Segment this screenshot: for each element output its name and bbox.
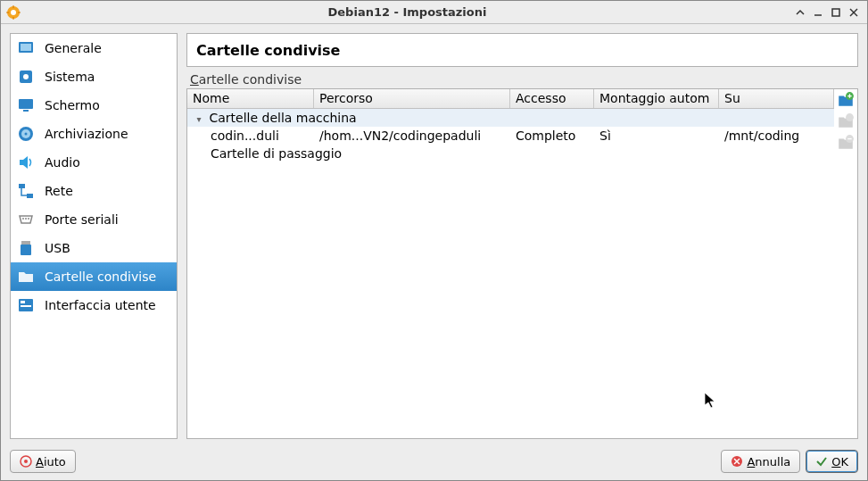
ok-icon <box>815 455 828 468</box>
svg-rect-14 <box>19 99 33 109</box>
titlebar: Debian12 - Impostazioni <box>1 1 867 24</box>
svg-point-22 <box>25 218 27 220</box>
cancel-icon <box>731 455 743 468</box>
svg-point-30 <box>846 113 854 121</box>
table-toolbar <box>834 89 857 438</box>
sidebar-item-label: Schermo <box>45 98 100 112</box>
maximize-button[interactable] <box>828 4 844 21</box>
storage-icon <box>16 124 36 144</box>
serial-icon <box>16 210 36 229</box>
svg-rect-28 <box>21 305 31 307</box>
general-icon <box>16 38 36 58</box>
sidebar-item-usb[interactable]: USB <box>11 234 177 262</box>
sidebar-item-label: Cartelle condivise <box>45 270 156 284</box>
rollup-button[interactable] <box>792 4 808 21</box>
col-access[interactable]: Accesso <box>510 89 594 108</box>
dialog-footer: Aiuto Annulla OK <box>1 448 867 480</box>
audio-icon <box>16 153 36 172</box>
ok-button[interactable]: OK <box>806 450 858 473</box>
sidebar-item-label: Audio <box>45 155 80 170</box>
help-button[interactable]: Aiuto <box>10 450 76 473</box>
window-title: Debian12 - Impostazioni <box>24 5 790 19</box>
svg-rect-27 <box>21 301 25 303</box>
page-title: Cartelle condivise <box>196 42 340 59</box>
display-icon <box>16 95 36 115</box>
add-folder-button[interactable] <box>837 91 855 109</box>
svg-rect-11 <box>21 44 31 51</box>
sidebar-item-ui[interactable]: Interfaccia utente <box>11 291 177 319</box>
sidebar-item-audio[interactable]: Audio <box>11 148 177 177</box>
main-header: Cartelle condivise <box>186 33 858 67</box>
svg-point-18 <box>25 133 28 136</box>
cell-path: /hom...VN2/codingepaduli <box>314 129 510 143</box>
group-row-transient[interactable]: Cartelle di passaggio <box>187 145 834 162</box>
group-row-machine[interactable]: ▾ Cartelle della macchina <box>187 109 834 127</box>
sidebar-item-label: Sistema <box>45 70 95 84</box>
group-machine-label: Cartelle della macchina <box>209 111 356 125</box>
col-name[interactable]: Nome <box>187 89 314 108</box>
svg-point-1 <box>11 10 16 15</box>
table-row[interactable]: codin...duli /hom...VN2/codingepaduli Co… <box>187 127 834 145</box>
sidebar-item-label: Rete <box>45 184 73 198</box>
folders-table: Nome Percorso Accesso Montaggio autom Su… <box>187 89 834 438</box>
svg-rect-15 <box>23 110 29 112</box>
svg-point-21 <box>22 218 24 220</box>
sidebar-item-label: Archiviazione <box>45 127 128 141</box>
cancel-button[interactable]: Annulla <box>721 450 800 473</box>
close-button[interactable] <box>846 4 862 21</box>
sidebar-item-network[interactable]: Rete <box>11 177 177 205</box>
group-label: Cartelle condivise <box>186 72 858 88</box>
sidebar-item-label: USB <box>45 241 70 255</box>
settings-window: Debian12 - Impostazioni Generale Sistema… <box>0 0 868 481</box>
app-icon <box>6 5 21 20</box>
sidebar-item-display[interactable]: Schermo <box>11 91 177 120</box>
system-icon <box>16 67 36 87</box>
sidebar-item-label: Porte seriali <box>45 212 119 227</box>
col-at[interactable]: Su <box>719 89 834 108</box>
cell-access: Completo <box>510 129 594 143</box>
window-body: Generale Sistema Schermo Archiviazione A… <box>1 24 867 448</box>
sidebar-item-storage[interactable]: Archiviazione <box>11 120 177 148</box>
chevron-down-icon[interactable]: ▾ <box>193 114 205 124</box>
sidebar-item-system[interactable]: Sistema <box>11 62 177 91</box>
cell-at: /mnt/coding <box>719 129 834 143</box>
svg-rect-7 <box>832 9 839 16</box>
ui-icon <box>16 295 36 315</box>
folders-table-wrap: Nome Percorso Accesso Montaggio autom Su… <box>186 88 858 439</box>
minimize-button[interactable] <box>810 4 826 21</box>
settings-sidebar: Generale Sistema Schermo Archiviazione A… <box>10 33 178 439</box>
cell-name: codin...duli <box>187 129 314 143</box>
col-mount[interactable]: Montaggio autom <box>594 89 719 108</box>
edit-folder-button <box>837 112 855 130</box>
svg-point-34 <box>24 460 28 463</box>
group-transient-label: Cartelle di passaggio <box>211 146 342 161</box>
main-panel: Cartelle condivise Cartelle condivise No… <box>186 33 858 439</box>
table-header: Nome Percorso Accesso Montaggio autom Su <box>187 89 834 109</box>
shared-folders-group: Cartelle condivise Nome Percorso Accesso… <box>186 72 858 439</box>
svg-rect-25 <box>21 245 31 255</box>
folder-icon <box>16 267 36 286</box>
sidebar-item-label: Interfaccia utente <box>45 298 156 312</box>
sidebar-item-serial[interactable]: Porte seriali <box>11 205 177 234</box>
sidebar-item-shared-folders[interactable]: Cartelle condivise <box>11 262 177 291</box>
help-icon <box>20 455 32 468</box>
svg-rect-24 <box>21 241 30 245</box>
sidebar-item-general[interactable]: Generale <box>11 34 177 62</box>
col-path[interactable]: Percorso <box>314 89 510 108</box>
svg-rect-20 <box>27 194 33 198</box>
remove-folder-button <box>837 134 855 152</box>
svg-point-23 <box>28 218 29 220</box>
usb-icon <box>16 238 36 258</box>
cell-automount: Sì <box>594 129 719 143</box>
svg-point-13 <box>23 74 29 79</box>
network-icon <box>16 181 36 201</box>
sidebar-item-label: Generale <box>45 41 102 55</box>
svg-rect-19 <box>19 184 25 188</box>
